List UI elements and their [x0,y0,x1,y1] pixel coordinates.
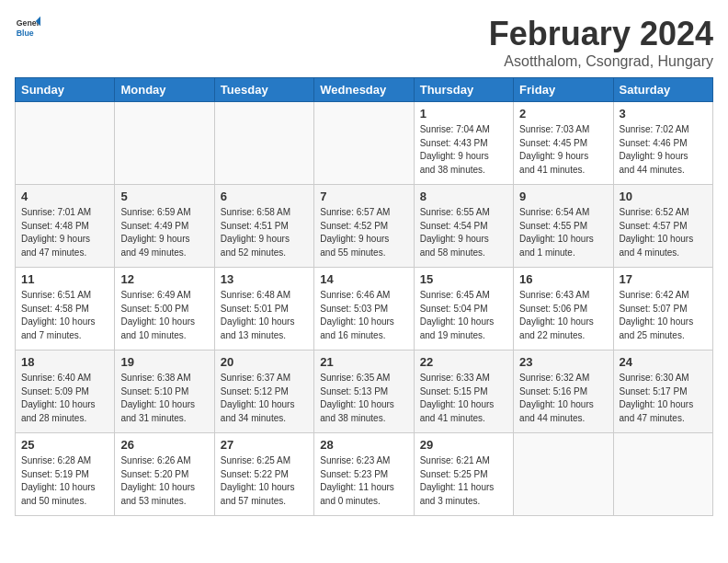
day-info-line: Sunset: 5:09 PM [21,385,108,399]
day-info-line: Daylight: 9 hours [420,233,507,247]
day-info-line: Daylight: 10 hours [519,316,607,329]
day-number: 12 [120,272,208,286]
day-info-line: Sunset: 5:22 PM [221,468,308,482]
day-info-line: and 47 minutes. [620,412,707,426]
header-row: Sunday Monday Tuesday Wednesday Thursday… [16,78,713,102]
day-info-line: Sunset: 5:20 PM [120,468,208,482]
day-info-line: Daylight: 10 hours [120,316,208,329]
day-info-line: Sunset: 5:19 PM [21,468,108,482]
day-info-line: Sunset: 5:23 PM [320,468,407,482]
day-info-line: Sunset: 4:46 PM [620,137,707,151]
day-info-line: Daylight: 10 hours [221,316,308,329]
day-info-line: and 7 minutes. [21,329,108,343]
calendar-cell-w2-d5: 8Sunrise: 6:55 AMSunset: 4:54 PMDaylight… [414,185,513,268]
day-info-line: and 28 minutes. [21,412,108,426]
day-info-line: Sunrise: 6:45 AM [420,289,507,303]
day-info-line: Sunrise: 6:35 AM [320,372,407,385]
calendar-cell-w5-d6 [514,433,613,516]
day-number: 16 [519,272,607,286]
title-section: February 2024 Asotthalom, Csongrad, Hung… [489,15,713,70]
day-number: 19 [120,355,208,369]
calendar-cell-w4-d3: 20Sunrise: 6:37 AMSunset: 5:12 PMDayligh… [214,350,313,433]
calendar-cell-w2-d7: 10Sunrise: 6:52 AMSunset: 4:57 PMDayligh… [613,185,712,268]
calendar-cell-w2-d6: 9Sunrise: 6:54 AMSunset: 4:55 PMDaylight… [514,185,613,268]
day-info-line: Sunrise: 6:32 AM [519,372,607,385]
day-info-line: Daylight: 10 hours [620,233,707,247]
day-number: 11 [21,272,108,286]
day-number: 26 [120,438,208,452]
day-info-line: Daylight: 10 hours [120,398,208,412]
day-info-line: Sunrise: 6:48 AM [221,289,308,303]
calendar-table: Sunday Monday Tuesday Wednesday Thursday… [15,77,713,516]
calendar-cell-w1-d4 [314,102,414,185]
day-number: 27 [221,438,308,452]
day-info-line: Daylight: 9 hours [519,150,607,164]
day-info-line: and 53 minutes. [120,495,208,509]
day-info-line: and 0 minutes. [320,495,407,509]
calendar-cell-w3-d5: 15Sunrise: 6:45 AMSunset: 5:04 PMDayligh… [414,268,513,350]
day-info-line: Daylight: 10 hours [519,398,607,412]
calendar-cell-w5-d4: 28Sunrise: 6:23 AMSunset: 5:23 PMDayligh… [314,433,414,516]
day-info-line: and 44 minutes. [620,164,707,178]
day-info-line: Sunset: 5:15 PM [420,385,507,399]
day-info-line: and 47 minutes. [21,247,108,260]
day-info-line: Sunrise: 6:28 AM [21,454,108,468]
week-row-1: 1Sunrise: 7:04 AMSunset: 4:43 PMDaylight… [16,102,713,185]
week-row-2: 4Sunrise: 7:01 AMSunset: 4:48 PMDaylight… [16,185,713,268]
header-tuesday: Tuesday [214,78,313,102]
day-info-line: Daylight: 9 hours [21,233,108,247]
day-info-line: and 55 minutes. [320,247,407,260]
day-info-line: Sunset: 5:16 PM [519,385,607,399]
day-info-line: Sunset: 5:01 PM [221,303,308,316]
logo: General Blue [15,15,40,40]
week-row-4: 18Sunrise: 6:40 AMSunset: 5:09 PMDayligh… [16,350,713,433]
day-number: 7 [320,190,407,203]
calendar-cell-w3-d6: 16Sunrise: 6:43 AMSunset: 5:06 PMDayligh… [514,268,613,350]
day-number: 9 [519,190,607,203]
day-info-line: Sunset: 4:58 PM [21,303,108,316]
calendar-cell-w3-d3: 13Sunrise: 6:48 AMSunset: 5:01 PMDayligh… [214,268,313,350]
calendar-cell-w5-d2: 26Sunrise: 6:26 AMSunset: 5:20 PMDayligh… [115,433,214,516]
day-number: 3 [620,107,707,121]
day-info-line: and 19 minutes. [420,329,507,343]
day-info-line: Sunrise: 6:33 AM [420,372,507,385]
day-info-line: Daylight: 10 hours [320,398,407,412]
day-info-line: and 13 minutes. [221,329,308,343]
calendar-cell-w5-d5: 29Sunrise: 6:21 AMSunset: 5:25 PMDayligh… [414,433,513,516]
day-info-line: Sunrise: 6:25 AM [221,454,308,468]
day-info-line: Sunset: 5:25 PM [420,468,507,482]
day-info-line: Sunrise: 6:21 AM [420,454,507,468]
day-info-line: Sunset: 5:03 PM [320,303,407,316]
calendar-cell-w4-d2: 19Sunrise: 6:38 AMSunset: 5:10 PMDayligh… [115,350,214,433]
calendar-cell-w2-d2: 5Sunrise: 6:59 AMSunset: 4:49 PMDaylight… [115,185,214,268]
day-info-line: Daylight: 10 hours [320,316,407,329]
day-info-line: and 44 minutes. [519,412,607,426]
day-info-line: Sunrise: 6:57 AM [320,206,407,220]
day-info-line: Sunrise: 6:30 AM [620,372,707,385]
calendar-cell-w4-d5: 22Sunrise: 6:33 AMSunset: 5:15 PMDayligh… [414,350,513,433]
day-info-line: Daylight: 10 hours [221,481,308,495]
day-number: 15 [420,272,507,286]
calendar-cell-w1-d3 [214,102,313,185]
day-number: 28 [320,438,407,452]
calendar-subtitle: Asotthalom, Csongrad, Hungary [489,53,713,70]
day-number: 13 [221,272,308,286]
day-info-line: Sunset: 5:13 PM [320,385,407,399]
day-info-line: and 41 minutes. [519,164,607,178]
day-info-line: Sunset: 4:49 PM [120,220,208,234]
day-info-line: Sunrise: 6:42 AM [620,289,707,303]
day-number: 25 [21,438,108,452]
calendar-cell-w2-d1: 4Sunrise: 7:01 AMSunset: 4:48 PMDaylight… [16,185,115,268]
day-number: 20 [221,355,308,369]
calendar-cell-w1-d1 [16,102,115,185]
day-info-line: Sunrise: 6:51 AM [21,289,108,303]
day-info-line: Sunset: 5:07 PM [620,303,707,316]
day-info-line: Sunset: 4:48 PM [21,220,108,234]
day-info-line: Daylight: 9 hours [221,233,308,247]
calendar-cell-w4-d6: 23Sunrise: 6:32 AMSunset: 5:16 PMDayligh… [514,350,613,433]
day-info-line: Sunrise: 6:43 AM [519,289,607,303]
day-info-line: Sunset: 4:51 PM [221,220,308,234]
day-info-line: Sunrise: 6:49 AM [120,289,208,303]
day-info-line: Sunrise: 6:38 AM [120,372,208,385]
day-info-line: Daylight: 10 hours [420,398,507,412]
